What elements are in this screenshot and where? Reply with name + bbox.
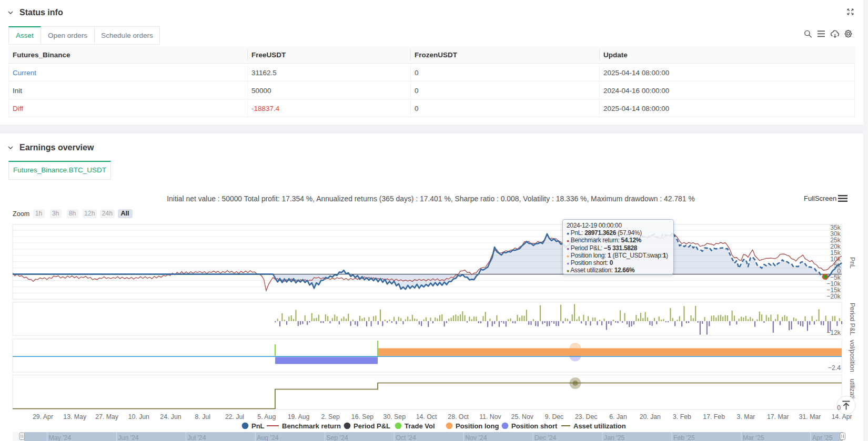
- svg-text:Jul '24: Jul '24: [187, 434, 206, 441]
- svg-text:13. May: 13. May: [63, 413, 87, 421]
- svg-text:Sep '24: Sep '24: [326, 434, 348, 441]
- svg-text:Asset utilization: Asset utilization: [573, 422, 626, 430]
- svg-text:14. Apr: 14. Apr: [832, 413, 852, 421]
- svg-text:−12k: −12k: [826, 329, 841, 336]
- svg-text:6. Jan: 6. Jan: [609, 413, 627, 421]
- svg-text:19. Aug: 19. Aug: [288, 413, 310, 421]
- svg-text:Position short: Position short: [511, 422, 558, 430]
- svg-text:Position long: Position long: [456, 422, 499, 430]
- svg-text:Aug '24: Aug '24: [257, 434, 278, 441]
- svg-text:16. Sep: 16. Sep: [351, 413, 374, 421]
- svg-text:23. Dec: 23. Dec: [575, 413, 597, 421]
- svg-text:0: 0: [837, 404, 841, 412]
- svg-text:31. Mar: 31. Mar: [799, 413, 821, 421]
- svg-text:Trade Vol: Trade Vol: [405, 422, 435, 430]
- svg-text:2. Sep: 2. Sep: [321, 413, 340, 421]
- svg-text:27. May: 27. May: [95, 413, 119, 421]
- svg-text:8. Jul: 8. Jul: [195, 413, 210, 421]
- svg-text:Period P&L: Period P&L: [354, 422, 390, 430]
- svg-text:−2.4: −2.4: [828, 364, 841, 372]
- svg-text:11. Nov: 11. Nov: [479, 413, 501, 421]
- svg-text:28. Oct: 28. Oct: [448, 413, 469, 421]
- svg-text:May '24: May '24: [49, 434, 72, 441]
- svg-text:PnL: PnL: [251, 422, 265, 430]
- svg-text:vol/position: vol/position: [849, 340, 856, 372]
- svg-text:Oct '24: Oct '24: [396, 434, 416, 441]
- svg-text:Benchmark return: Benchmark return: [282, 422, 341, 430]
- svg-text:17. Feb: 17. Feb: [703, 413, 725, 421]
- svg-text:Jan '25: Jan '25: [604, 434, 624, 441]
- svg-text:Period P&L: Period P&L: [849, 303, 856, 335]
- svg-text:PnL: PnL: [849, 257, 856, 269]
- svg-text:10. Jun: 10. Jun: [128, 413, 149, 421]
- svg-text:Dec '24: Dec '24: [534, 434, 556, 441]
- svg-text:24. Jun: 24. Jun: [160, 413, 181, 421]
- svg-text:Mar '25: Mar '25: [743, 434, 764, 441]
- svg-text:25. Nov: 25. Nov: [511, 413, 534, 421]
- svg-text:17. Mar: 17. Mar: [767, 413, 789, 421]
- svg-text:−20k: −20k: [826, 293, 841, 300]
- svg-text:3. Mar: 3. Mar: [737, 413, 755, 421]
- svg-text:14. Oct: 14. Oct: [416, 413, 437, 421]
- svg-text:20. Jan: 20. Jan: [640, 413, 661, 421]
- svg-text:Feb '25: Feb '25: [673, 434, 695, 441]
- svg-text:29. Apr: 29. Apr: [33, 413, 53, 421]
- svg-text:22. Jul: 22. Jul: [225, 413, 244, 421]
- svg-text:Jun '24: Jun '24: [118, 434, 138, 441]
- svg-text:30. Sep: 30. Sep: [383, 413, 406, 421]
- svg-text:5. Aug: 5. Aug: [257, 413, 276, 421]
- svg-text:Nov '24: Nov '24: [465, 434, 487, 441]
- svg-text:9. Dec: 9. Dec: [545, 413, 564, 421]
- svg-text:3. Feb: 3. Feb: [673, 413, 691, 421]
- svg-text:Apr '25: Apr '25: [812, 434, 833, 441]
